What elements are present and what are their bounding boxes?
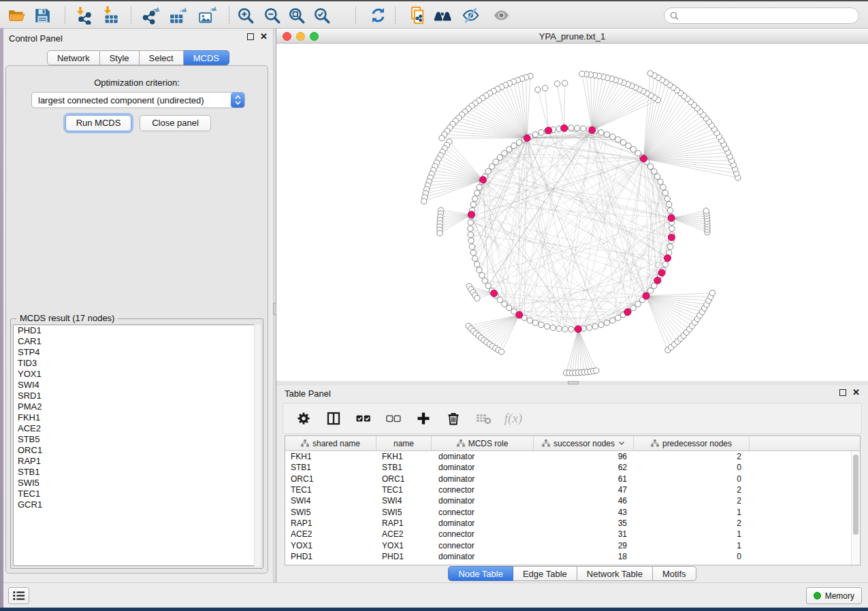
table-cell[interactable]: 1 <box>634 508 750 517</box>
list-item[interactable]: PHD1 <box>14 325 260 336</box>
table-cell[interactable]: SWI4 <box>285 496 376 506</box>
table-cell[interactable]: connector <box>432 508 534 517</box>
table-cell[interactable]: dominator <box>432 452 534 461</box>
zoom-in-button[interactable] <box>236 5 256 25</box>
table-row[interactable]: ACE2ACE2connector311 <box>285 529 851 540</box>
tab-network-table[interactable]: Network Table <box>577 566 653 581</box>
table-cell[interactable]: FKH1 <box>376 452 432 461</box>
table-options-button[interactable] <box>294 409 313 428</box>
list-item[interactable]: PMA2 <box>14 401 260 412</box>
table-scrollbar[interactable] <box>851 451 860 565</box>
list-item[interactable]: YOX1 <box>14 369 260 380</box>
list-item[interactable]: RAP1 <box>14 456 260 467</box>
column-header-mcds-role[interactable]: MCDS role <box>432 436 534 450</box>
float-panel-icon[interactable] <box>247 33 254 40</box>
network-search-button[interactable] <box>432 5 453 25</box>
tab-edge-table[interactable]: Edge Table <box>513 566 577 581</box>
table-cell[interactable]: SWI4 <box>376 496 432 506</box>
table-cell[interactable]: ACE2 <box>376 529 432 539</box>
tab-node-table[interactable]: Node Table <box>448 566 513 581</box>
delete-column-button[interactable] <box>444 409 463 428</box>
import-network-button[interactable] <box>73 5 93 25</box>
list-item[interactable]: ORC1 <box>14 445 260 456</box>
table-cell[interactable]: STB1 <box>376 463 432 472</box>
zoom-selected-button[interactable] <box>312 5 332 25</box>
table-cell[interactable]: 1 <box>634 541 750 550</box>
table-cell[interactable]: 2 <box>634 518 750 528</box>
mcds-result-list[interactable]: PHD1CAR1STP4TID3YOX1SWI4SRD1PMA2FKH1ACE2… <box>13 325 261 566</box>
table-cell[interactable]: 46 <box>534 496 634 506</box>
table-row[interactable]: PHD1PHD1dominator180 <box>285 551 851 562</box>
import-table-button[interactable] <box>100 5 120 25</box>
column-visibility-button[interactable] <box>324 409 343 428</box>
table-row[interactable]: SWI5SWI5connector431 <box>285 506 851 517</box>
table-row[interactable]: TEC1TEC1connector472 <box>285 484 851 495</box>
tab-style[interactable]: Style <box>100 50 140 65</box>
list-item[interactable]: ACE2 <box>14 423 260 434</box>
table-cell[interactable]: 18 <box>534 552 634 561</box>
table-cell[interactable]: PHD1 <box>376 552 432 561</box>
tab-network[interactable]: Network <box>47 50 100 65</box>
list-item[interactable]: TEC1 <box>14 489 260 499</box>
list-item[interactable]: STB1 <box>14 467 260 478</box>
export-network-button[interactable] <box>140 5 161 25</box>
table-cell[interactable]: PHD1 <box>285 552 376 561</box>
table-row[interactable]: SWI4SWI4dominator462 <box>285 495 851 506</box>
select-all-rows-button[interactable] <box>354 409 373 428</box>
show-hide-graphics-button[interactable] <box>460 5 481 25</box>
table-cell[interactable]: 2 <box>634 496 750 506</box>
zoom-fit-button[interactable] <box>287 5 307 25</box>
table-row[interactable]: ORC1ORC1dominator610 <box>285 474 851 484</box>
open-file-button[interactable] <box>6 5 27 25</box>
birds-eye-view-button[interactable] <box>491 5 511 25</box>
table-cell[interactable]: SWI5 <box>285 508 376 517</box>
column-header-predecessor-nodes[interactable]: predecessor nodes <box>634 436 750 450</box>
save-session-button[interactable] <box>32 5 52 25</box>
list-item[interactable]: STP4 <box>14 347 260 358</box>
list-item[interactable]: STB5 <box>14 434 260 445</box>
list-item[interactable]: GCR1 <box>14 499 260 510</box>
table-cell[interactable]: 35 <box>534 518 634 528</box>
close-panel-button[interactable]: Close panel <box>140 115 211 131</box>
table-cell[interactable]: TEC1 <box>285 485 376 495</box>
table-cell[interactable]: STB1 <box>285 463 376 472</box>
table-cell[interactable]: 2 <box>634 452 750 461</box>
create-column-button[interactable] <box>414 409 433 428</box>
refresh-button[interactable] <box>368 5 388 25</box>
tab-motifs[interactable]: Motifs <box>653 566 696 581</box>
zoom-out-button[interactable] <box>262 5 283 25</box>
run-mcds-button[interactable]: Run MCDS <box>65 115 131 131</box>
table-cell[interactable]: 0 <box>634 552 750 561</box>
export-image-button[interactable] <box>197 5 217 25</box>
table-cell[interactable]: dominator <box>432 518 534 528</box>
close-panel-icon[interactable]: ✕ <box>260 33 268 40</box>
table-cell[interactable]: connector <box>432 541 534 550</box>
table-cell[interactable]: SWI5 <box>376 508 432 517</box>
splitter-handle[interactable] <box>568 381 579 384</box>
table-cell[interactable]: connector <box>432 529 534 539</box>
float-panel-icon[interactable] <box>839 389 846 396</box>
column-header-successor-nodes[interactable]: successor nodes <box>534 436 634 450</box>
table-cell[interactable]: 1 <box>634 529 750 539</box>
table-row[interactable]: RAP1RAP1dominator352 <box>285 518 851 529</box>
list-item[interactable]: SWI5 <box>14 478 260 489</box>
table-cell[interactable]: FKH1 <box>285 452 376 461</box>
close-panel-icon[interactable]: ✕ <box>852 389 860 396</box>
table-cell[interactable]: connector <box>432 485 534 495</box>
table-cell[interactable]: 61 <box>534 474 634 484</box>
table-cell[interactable]: YOX1 <box>285 541 376 550</box>
list-item[interactable]: TID3 <box>14 358 260 369</box>
table-row[interactable]: STB1STB1dominator620 <box>285 462 851 473</box>
table-cell[interactable]: RAP1 <box>376 518 432 528</box>
table-cell[interactable]: 0 <box>634 463 750 472</box>
table-cell[interactable]: 62 <box>534 463 634 472</box>
optimization-criterion-select[interactable]: largest connected component (undirected) <box>31 92 245 108</box>
table-cell[interactable]: ORC1 <box>285 474 376 484</box>
table-cell[interactable]: 29 <box>534 541 634 550</box>
table-scrollbar-thumb[interactable] <box>853 455 858 535</box>
clone-network-button[interactable] <box>408 5 428 25</box>
table-cell[interactable]: TEC1 <box>376 485 432 495</box>
show-task-history-button[interactable] <box>8 587 29 604</box>
table-cell[interactable]: ACE2 <box>285 529 376 539</box>
table-cell[interactable]: YOX1 <box>376 541 432 550</box>
